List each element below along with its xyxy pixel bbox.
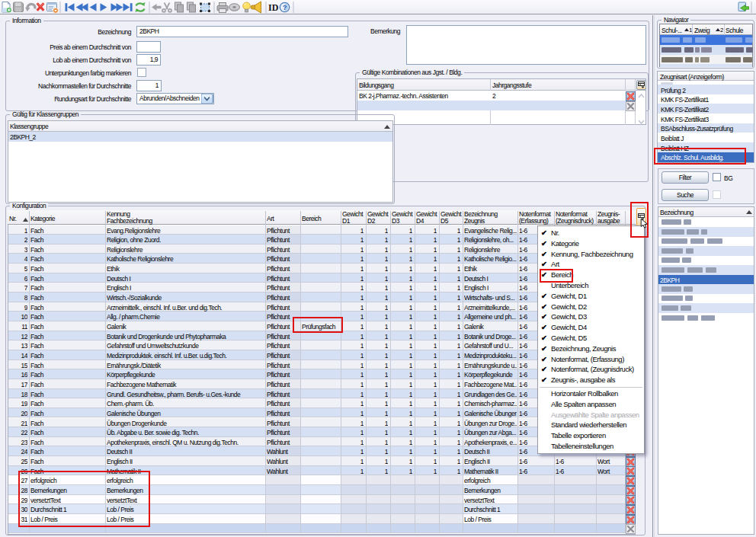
svg-text:ID: ID bbox=[268, 2, 279, 13]
svg-text:?: ? bbox=[283, 3, 287, 11]
